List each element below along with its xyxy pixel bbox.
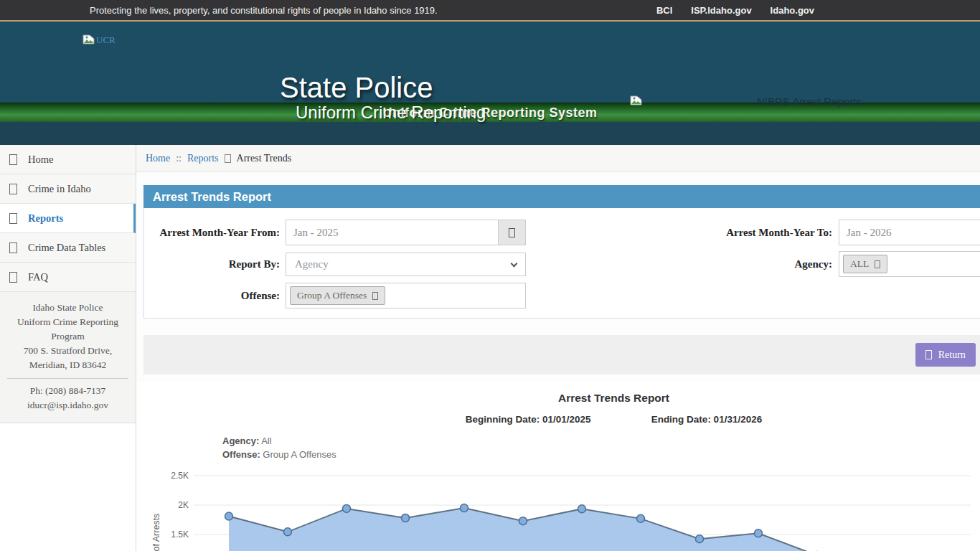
breadcrumb-current: Arrest Trends	[237, 153, 292, 164]
return-icon	[925, 350, 932, 359]
report-by-selected-value: Agency	[295, 258, 329, 270]
sidebar-item-label: Crime Data Tables	[28, 242, 105, 254]
broken-image-icon	[83, 34, 95, 44]
arrest-trends-chart: 2.5K2K1.5K1KNumber of Arrests	[143, 463, 980, 551]
contact-divider	[7, 378, 128, 379]
from-date-group	[286, 220, 526, 245]
panel-title: Arrest Trends Report	[153, 190, 271, 204]
link-idaho-gov[interactable]: Idaho.gov	[771, 5, 814, 16]
contact-phone: Ph: (208) 884-7137	[7, 384, 128, 398]
breadcrumb-home-link[interactable]: Home	[146, 153, 170, 164]
action-strip: Return Generate Report	[143, 335, 980, 375]
main-panel: Home :: Reports Arrest Trends Arrest Tre…	[136, 145, 980, 551]
remove-tag-icon[interactable]	[875, 260, 880, 268]
chart-ending-date: Ending Date: 01/31/2026	[651, 414, 763, 425]
site-subtitle: Uniform Crime Reporting	[296, 104, 486, 121]
top-links: BCI ISP.Idaho.gov Idaho.gov	[656, 5, 814, 16]
nav-bar	[0, 122, 980, 145]
contact-line: Uniform Crime Reporting	[7, 315, 128, 329]
report-by-select[interactable]: Agency	[286, 253, 526, 276]
chart-offense-label: Offense:	[222, 449, 260, 460]
faq-icon	[9, 272, 17, 283]
agency-label: Agency:	[526, 258, 832, 270]
offense-tag-label: Group A Offenses	[297, 290, 367, 301]
report-by-label: Report By:	[144, 258, 280, 270]
sidebar-item-label: FAQ	[28, 271, 48, 283]
return-button[interactable]: Return	[915, 343, 976, 367]
chart-section: Arrest Trends Report Beginning Date: 01/…	[136, 382, 980, 551]
site-title-block: State Police Uniform Crime Reporting	[280, 73, 486, 121]
home-icon	[9, 154, 17, 165]
reports-icon	[9, 213, 17, 224]
arrest-trends-panel: Arrest Trends Report Arrest Month-Year F…	[143, 185, 980, 319]
header-right-image: NIBRS Arrest Reports	[630, 95, 862, 108]
chart-subtitles: Beginning Date: 01/01/2025 Ending Date: …	[136, 414, 980, 425]
agency-tag-all[interactable]: ALL	[843, 255, 887, 273]
to-date-input[interactable]	[839, 220, 980, 245]
offense-tag-group-a[interactable]: Group A Offenses	[290, 286, 385, 305]
chart-offense-value: Group A Offenses	[263, 449, 336, 460]
crime-data-tables-icon	[9, 242, 17, 253]
from-date-calendar-button[interactable]	[499, 220, 526, 245]
sidebar-item-faq[interactable]: FAQ	[0, 263, 136, 292]
chart-agency-annotation: Agency: All	[222, 435, 980, 448]
link-isp-idaho-gov[interactable]: ISP.Idaho.gov	[691, 5, 751, 16]
ucr-logo-link[interactable]: UCR	[83, 34, 116, 46]
offense-label: Offense:	[144, 290, 280, 302]
broken-image-icon	[630, 95, 642, 105]
chart-annotations: Agency: All Offense: Group A Offenses	[222, 435, 980, 462]
content-area: Home Crime in Idaho Reports Crime Data T…	[0, 145, 980, 551]
report-by-group: Agency	[286, 253, 526, 276]
chart-beginning-date: Beginning Date: 01/01/2025	[466, 414, 591, 425]
sidebar-item-crime-data-tables[interactable]: Crime Data Tables	[0, 233, 136, 263]
contact-line: Meridian, ID 83642	[7, 358, 128, 372]
chart-offense-annotation: Offense: Group A Offenses	[222, 448, 980, 462]
remove-tag-icon[interactable]	[372, 292, 378, 300]
offense-multiselect[interactable]: Group A Offenses	[286, 283, 526, 309]
breadcrumb-reports-link[interactable]: Reports	[187, 153, 219, 164]
chevron-down-icon	[511, 260, 518, 267]
breadcrumb: Home :: Reports Arrest Trends	[136, 145, 980, 172]
contact-line: Idaho State Police	[7, 301, 128, 315]
ucr-logo-alt-text: UCR	[96, 34, 116, 46]
crime-in-idaho-icon	[9, 184, 17, 194]
link-bci[interactable]: BCI	[656, 5, 672, 16]
form-row-dates: Arrest Month-Year From: Arrest Month-Yea…	[144, 220, 980, 245]
chart-agency-value: All	[261, 435, 271, 446]
calendar-icon	[509, 228, 515, 237]
top-bar: Protecting the lives, property, and cons…	[0, 0, 980, 22]
header-right-alt-text: NIBRS Arrest Reports	[757, 95, 862, 108]
chart-title: Arrest Trends Report	[136, 382, 980, 405]
sidebar: Home Crime in Idaho Reports Crime Data T…	[0, 145, 136, 551]
sidebar-item-label: Home	[28, 154, 53, 166]
breadcrumb-separator: ::	[176, 153, 182, 164]
svg-text:2.5K: 2.5K	[171, 471, 189, 481]
contact-info-box: Idaho State Police Uniform Crime Reporti…	[0, 292, 136, 423]
form-row-offense: Offense: Group A Offenses	[144, 283, 980, 309]
site-title: State Police	[280, 73, 486, 102]
chart-agency-label: Agency:	[222, 435, 259, 446]
svg-text:Number of Arrests: Number of Arrests	[151, 513, 161, 551]
from-date-label: Arrest Month-Year From:	[144, 227, 280, 239]
site-header: UCR State Police Uniform Crime Reporting…	[0, 22, 980, 103]
contact-line: Program	[7, 329, 128, 344]
agency-tagline: Protecting the lives, property, and cons…	[90, 5, 438, 16]
to-date-group	[839, 220, 980, 245]
agency-tag-label: ALL	[850, 258, 869, 270]
contact-email: iducr@isp.idaho.gov	[7, 398, 128, 413]
from-date-input[interactable]	[286, 220, 499, 245]
sidebar-item-home[interactable]: Home	[0, 145, 136, 174]
breadcrumb-separator-icon	[225, 154, 231, 163]
sidebar-item-label: Crime in Idaho	[28, 183, 91, 195]
contact-line: 700 S. Stratford Drive,	[7, 344, 128, 358]
report-filter-form: Arrest Month-Year From: Arrest Month-Yea…	[143, 208, 980, 319]
return-button-label: Return	[938, 349, 966, 361]
sidebar-item-crime-in-idaho[interactable]: Crime in Idaho	[0, 174, 136, 204]
agency-group: ALL	[839, 251, 980, 277]
to-date-label: Arrest Month-Year To:	[526, 227, 832, 239]
sidebar-item-reports[interactable]: Reports	[0, 204, 136, 233]
panel-header: Arrest Trends Report	[143, 185, 980, 208]
agency-multiselect[interactable]: ALL	[839, 251, 980, 277]
sidebar-item-label: Reports	[28, 212, 63, 225]
offense-group: Group A Offenses	[286, 283, 526, 309]
